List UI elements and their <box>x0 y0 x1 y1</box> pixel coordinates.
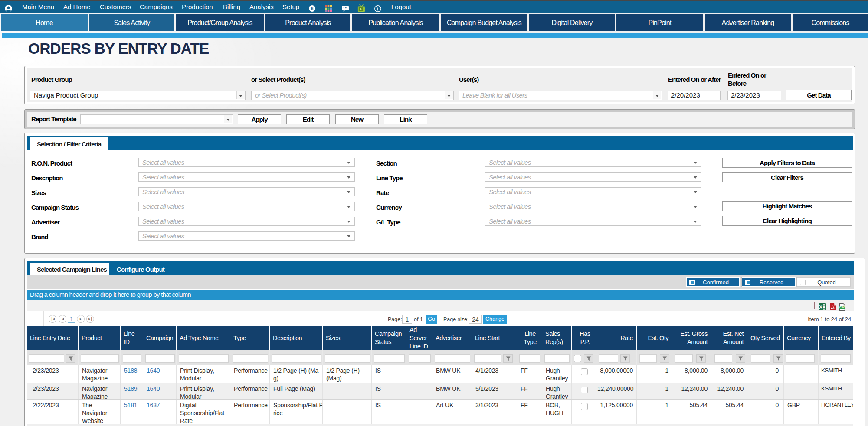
svg-text:X: X <box>819 304 823 309</box>
svg-text:CSV: CSV <box>839 306 845 309</box>
svg-text:8: 8 <box>311 6 314 11</box>
